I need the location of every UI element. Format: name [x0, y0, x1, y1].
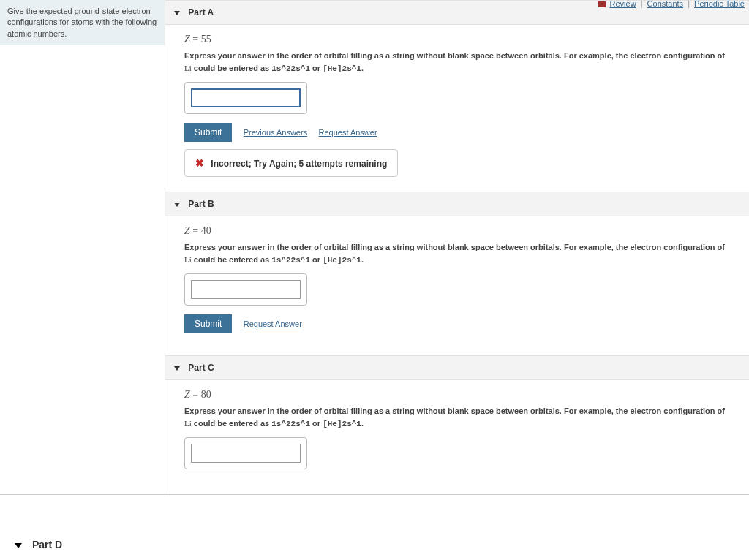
part-b-title: Part B	[188, 199, 214, 209]
answer-input-wrap-c	[184, 437, 307, 469]
feedback-box-a: ✖ Incorrect; Try Again; 5 attempts remai…	[184, 149, 398, 177]
instruction-c: Express your answer in the order of orbi…	[184, 405, 730, 430]
instruction-b: Express your answer in the order of orbi…	[184, 241, 730, 266]
z-equation-c: Z = 80	[184, 389, 730, 401]
answer-input-c[interactable]	[191, 444, 301, 463]
part-c-body: Z = 80 Express your answer in the order …	[165, 380, 749, 487]
answer-input-a[interactable]	[191, 88, 301, 107]
answer-input-b[interactable]	[191, 280, 301, 299]
flag-icon[interactable]	[598, 1, 606, 7]
z-equation-b: Z = 40	[184, 225, 730, 237]
answer-input-wrap-a	[184, 82, 307, 114]
question-prompt: Give the expected ground-state electron …	[0, 0, 165, 45]
top-links: Review | Constants | Periodic Table	[598, 0, 745, 8]
part-b-header[interactable]: Part B	[165, 192, 749, 216]
part-c-header[interactable]: Part C	[165, 355, 749, 380]
submit-button-b[interactable]: Submit	[184, 314, 232, 333]
part-d-header[interactable]: Part D	[15, 531, 734, 558]
z-equation-a: Z = 55	[184, 34, 730, 45]
periodic-table-link[interactable]: Periodic Table	[694, 0, 745, 8]
part-a-body: Z = 55 Express your answer in the order …	[165, 25, 749, 186]
request-answer-link-a[interactable]: Request Answer	[318, 128, 377, 137]
submit-button-a[interactable]: Submit	[184, 123, 232, 142]
constants-link[interactable]: Constants	[647, 0, 684, 8]
chevron-down-icon	[174, 366, 180, 371]
feedback-text-a: Incorrect; Try Again; 5 attempts remaini…	[211, 159, 387, 169]
previous-answers-link-a[interactable]: Previous Answers	[244, 128, 307, 137]
incorrect-icon: ✖	[195, 157, 204, 169]
separator: |	[688, 0, 690, 8]
request-answer-link-b[interactable]: Request Answer	[244, 319, 302, 328]
part-a-title: Part A	[188, 7, 214, 18]
chevron-down-icon	[174, 203, 180, 207]
chevron-down-icon	[174, 11, 180, 15]
part-c-title: Part C	[188, 363, 214, 373]
part-d-section: Part D Z = 62 Express your answer in the…	[0, 531, 749, 560]
chevron-down-icon	[15, 543, 22, 548]
right-panel: Review | Constants | Periodic Table Part…	[165, 0, 749, 494]
part-d-title: Part D	[32, 539, 62, 550]
part-b-body: Z = 40 Express your answer in the order …	[165, 216, 749, 349]
separator: |	[641, 0, 643, 8]
left-panel: Give the expected ground-state electron …	[0, 0, 165, 494]
answer-input-wrap-b	[184, 273, 307, 306]
review-link[interactable]: Review	[610, 0, 636, 8]
instruction-a: Express your answer in the order of orbi…	[184, 50, 730, 75]
